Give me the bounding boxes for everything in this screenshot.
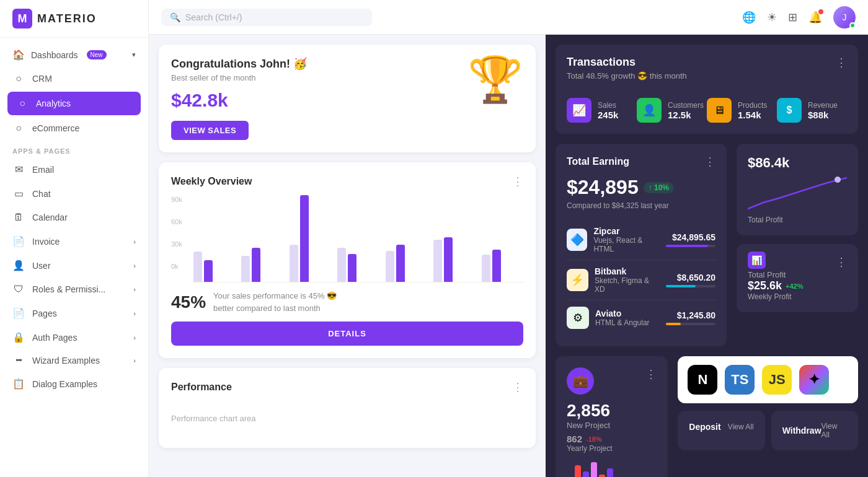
more-options-icon[interactable]: ⋮: [645, 367, 657, 401]
earning-item-zipcar: 🔷 Zipcar Vuejs, React & HTML $24,895.65: [567, 220, 715, 260]
sidebar-item-label: Chat: [32, 189, 51, 199]
revenue-icon: $: [777, 98, 802, 123]
sidebar-item-pages[interactable]: 📄 Pages ›: [0, 301, 148, 325]
bar-chart: [193, 196, 523, 282]
congrats-left: Congratulations John! 🥳 Best seller of t…: [171, 57, 467, 140]
calendar-icon: 🗓: [12, 212, 25, 223]
sidebar: M MATERIO 🏠 Dashboards New ▾ ○ CRM ○ Ana…: [0, 0, 149, 477]
bitbank-progress: [666, 285, 715, 287]
aviato-amount: $1,245.80: [666, 310, 715, 325]
sales-value: 245k: [598, 110, 618, 120]
sidebar-item-dialog[interactable]: 📋 Dialog Examples: [0, 372, 148, 396]
sidebar-item-dashboards[interactable]: 🏠 Dashboards New ▾: [0, 43, 148, 67]
sidebar-item-auth[interactable]: 🔒 Auth Pages ›: [0, 325, 148, 349]
middle-row: Total Earning ⋮ $24,895 ↑ 10% Compared t…: [556, 144, 858, 346]
search-icon: 🔍: [170, 12, 180, 22]
bar-secondary: [433, 240, 442, 282]
more-options-icon[interactable]: ⋮: [836, 255, 847, 269]
aviato-logo: ⚙: [567, 307, 589, 329]
performance-card: Performance ⋮ Performance chart area: [159, 368, 536, 448]
sidebar-item-analytics[interactable]: ○ Analytics: [7, 92, 141, 115]
zipcar-name: Zipcar: [593, 226, 660, 236]
sidebar-item-user[interactable]: 👤 User ›: [0, 253, 148, 278]
withdraw-title: Withdraw: [782, 426, 822, 435]
sidebar-item-chat[interactable]: ▭ Chat: [0, 182, 148, 206]
aviato-progress: [666, 323, 715, 325]
view-sales-button[interactable]: VIEW SALES: [171, 121, 249, 140]
wizard-icon: •••: [12, 356, 25, 365]
weekly-overview-title: Weekly Overview: [171, 176, 252, 187]
sidebar-item-crm[interactable]: ○ CRM: [0, 67, 148, 90]
sidebar-item-label: Invoice: [32, 237, 60, 247]
invoice-icon: 📄: [12, 235, 25, 247]
sidebar-item-email[interactable]: ✉ Email: [0, 157, 148, 182]
deposit-header: Deposit View All: [689, 422, 753, 432]
withdraw-view-all[interactable]: View All: [822, 422, 847, 439]
sidebar-item-roles[interactable]: 🛡 Roles & Permissi... ›: [0, 278, 148, 301]
aviato-name: Aviato: [595, 309, 650, 318]
sidebar-item-invoice[interactable]: 📄 Invoice ›: [0, 229, 148, 253]
growth-badge: -18%: [586, 435, 602, 443]
bar-main: [204, 260, 213, 282]
right-bottom-col: N TS JS ✦ Deposit View All: [678, 356, 858, 477]
javascript-logo: JS: [762, 365, 792, 395]
more-options-icon[interactable]: ⋮: [512, 175, 523, 188]
sidebar-item-calendar[interactable]: 🗓 Calendar: [0, 206, 148, 229]
products-icon: 🖥: [707, 98, 732, 123]
logo-text: MATERIO: [37, 12, 97, 25]
products-value: 1.54k: [738, 110, 767, 120]
trophy-icon: 🏆: [467, 57, 523, 102]
sidebar-item-ecommerce[interactable]: ○ eCommerce: [0, 116, 148, 140]
logo-icon: M: [12, 9, 32, 28]
weekly-growth-badge: +42%: [786, 282, 803, 290]
weekly-percentage: 45%: [171, 292, 206, 312]
congrats-title: Congratulations John! 🥳: [171, 57, 467, 71]
more-options-icon[interactable]: ⋮: [836, 56, 847, 69]
profit-chart: [748, 175, 847, 212]
project-value: 2,856: [567, 401, 657, 421]
sidebar-item-wizard[interactable]: ••• Wizard Examples ›: [0, 349, 148, 372]
more-options-icon[interactable]: ⋮: [704, 155, 715, 168]
chevron-right-icon: ›: [133, 262, 136, 269]
chevron-right-icon: ›: [133, 286, 136, 293]
revenue-label: Revenue: [808, 101, 838, 110]
shield-icon: 🛡: [12, 284, 25, 295]
deposit-view-all[interactable]: View All: [728, 422, 754, 431]
profit-top-value: $86.4k: [748, 155, 847, 171]
weekly-description: Your sales performance is 45% 😎better co…: [213, 290, 337, 314]
total-profit-card: $86.4k Total Profit: [737, 144, 858, 235]
circle-icon: ○: [12, 123, 25, 134]
sidebar-item-label: eCommerce: [32, 123, 79, 133]
earning-header: Total Earning ⋮: [567, 155, 715, 168]
congratulations-card: Congratulations John! 🥳 Best seller of t…: [159, 45, 536, 152]
bottom-row: 💼 ⋮ 2,856 New Project 862 -18% Yearly Pr…: [556, 356, 858, 477]
earning-item-aviato: ⚙ Aviato HTML & Angular $1,245.80: [567, 300, 715, 335]
earning-title: Total Earning: [567, 156, 629, 167]
search-placeholder: Search (Ctrl+/): [185, 12, 242, 22]
search-bar[interactable]: 🔍 Search (Ctrl+/): [161, 9, 372, 26]
bar-secondary: [386, 251, 394, 282]
sidebar-item-label: Auth Pages: [32, 333, 77, 343]
weekly-footer: 45% Your sales performance is 45% 😎bette…: [171, 290, 523, 314]
total-earning-card: Total Earning ⋮ $24,895 ↑ 10% Compared t…: [556, 144, 727, 346]
more-options-icon[interactable]: ⋮: [512, 380, 523, 394]
transactions-stats: 📈 Sales 245k 👤 Customers 12.5k: [567, 98, 847, 123]
performance-title: Performance: [171, 382, 232, 393]
performance-header: Performance ⋮: [171, 380, 523, 394]
theme-icon[interactable]: ☀: [767, 11, 777, 24]
bitbank-logo: ⚡: [567, 269, 588, 291]
zipcar-amount: $24,895.65: [666, 232, 715, 247]
notifications-icon[interactable]: 🔔: [808, 11, 822, 24]
briefcase-icon: 💼: [567, 367, 594, 395]
avatar[interactable]: J: [833, 6, 856, 28]
details-button[interactable]: DETAILS: [171, 322, 523, 346]
lock-icon: 🔒: [12, 331, 25, 343]
yearly-value: 862: [567, 434, 582, 444]
earning-item-bitbank: ⚡ Bitbank Sketch, Figma & XD $8,650.20: [567, 260, 715, 300]
sidebar-item-label: CRM: [32, 74, 52, 84]
transactions-subtitle: Total 48.5% growth 😎 this month: [567, 71, 687, 81]
translate-icon[interactable]: 🌐: [742, 11, 756, 24]
grid-icon[interactable]: ⊞: [788, 11, 797, 24]
profit-label: Total Profit: [748, 216, 847, 224]
content-right: Transactions Total 48.5% growth 😎 this m…: [546, 35, 868, 477]
